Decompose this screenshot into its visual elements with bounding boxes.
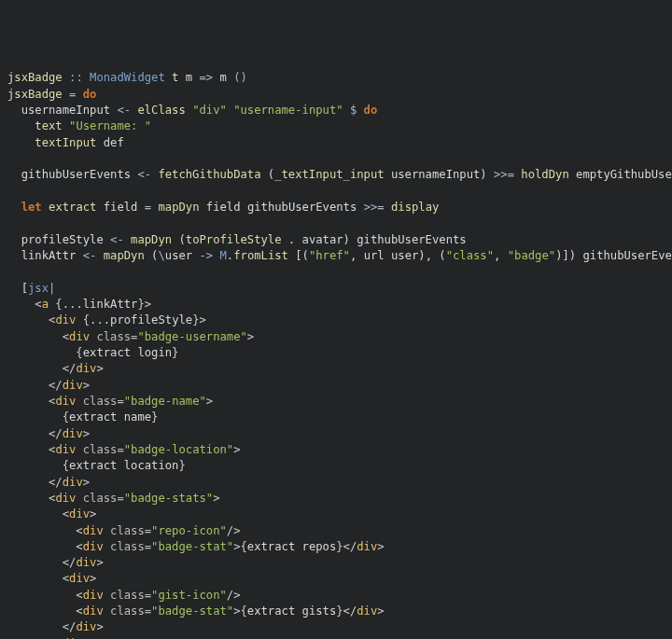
token-ident: ...profileStyle [90,313,192,326]
token-ident: user [165,249,200,262]
token-ident: extract login [83,346,172,359]
token-tag: div [69,572,90,585]
token-attr: class= [104,540,151,553]
token-fn: fetchGithubData [158,168,260,181]
token-ident: extract location [69,459,178,472]
token-type: jsx [28,282,49,295]
token-brak: < [7,395,55,408]
token-brak: { [49,298,63,311]
token-ident [7,136,35,149]
token-brak: } [178,459,185,472]
token-tag: a [42,298,49,311]
token-str: "class" [446,249,494,262]
token-ident [7,119,35,132]
token-attr: class= [104,589,151,602]
token-tag: div [83,589,104,602]
token-str: "badge-username" [137,330,246,343]
token-ident: extract name [69,410,151,424]
token-brak: > [377,540,384,553]
token-op: <- [117,104,137,117]
token-brak: } [172,346,178,359]
token-fn: mapDyn [158,201,199,214]
token-op: \ [158,249,164,262]
code-editor-viewport: { "lines": [ [["fn","jsxBadge"],["op"," … [0,0,672,639]
token-brak: } [151,410,158,424]
token-attr: class= [76,395,123,408]
token-tag: div [83,604,104,618]
token-brak: { [241,604,247,618]
token-fn: fromList [233,249,288,262]
token-str: "gist-icon" [151,589,227,602]
code-line: textInput def [7,135,665,151]
code-line: {extract location} [7,458,665,474]
code-line [7,264,665,280]
code-line: <div> [7,507,665,522]
token-ident: profileStyle [7,233,110,246]
token-ident: extract gists [247,604,336,618]
token-brak: </ [7,379,63,392]
token-fn: jsxBadge [7,71,63,84]
code-line: </div> [7,475,665,491]
token-brak: < [7,540,83,553]
token-ident: field [96,201,144,214]
token-op: () [233,71,247,84]
token-tag: div [63,379,83,392]
code-line: <div class="badge-location"> [7,442,665,458]
code-line: <div class="gist-icon"/> [7,588,665,604]
token-tag: div [69,330,90,343]
token-fn: _textInput_input [274,168,384,181]
token-attr: class= [90,330,137,343]
token-brak: < [7,330,69,343]
token-op: -> [199,249,213,262]
token-brak: { [76,313,90,326]
token-op: :: [63,71,90,84]
token-attr: class= [76,443,123,456]
token-brak: > [90,507,96,521]
token-str: "badge" [508,249,555,262]
code-line: <div class="repo-icon"/> [7,523,665,539]
token-op: >>= [364,201,391,214]
token-ident: , [494,249,508,262]
token-ident: . avatar) githubUserEvents [282,233,467,246]
token-tag: div [63,427,83,440]
token-tag: div [76,362,96,375]
code-line: <div class="badge-name"> [7,394,665,410]
code-line: linkAttr <- mapDyn (\user -> M.fromList … [7,248,665,264]
token-tag: div [63,476,83,489]
code-line: let extract field = mapDyn field githubU… [7,200,665,215]
token-ident: usernameInput) [385,168,494,181]
token-brak: > [83,476,90,489]
token-ident: githubUserEvents [7,168,137,181]
token-fn: extract [49,201,96,214]
token-fn: jsxBadge [7,88,63,101]
code-line: <div {...profileStyle}> [7,313,665,328]
token-ident [7,201,21,214]
token-brak: } [336,540,343,553]
token-op: <- [83,249,104,262]
token-brak: > [377,604,384,618]
code-line: profileStyle <- mapDyn (toProfileStyle .… [7,232,665,248]
token-brak: > [96,556,103,569]
token-brak: > [206,395,213,408]
token-brak: < [7,507,69,521]
token-brak: < [7,589,83,602]
token-tag: div [357,604,377,618]
token-ident: extract repos [247,540,336,553]
token-brak: > [247,330,254,343]
token-ident [63,119,69,132]
code-line: <div class="badge-stat">{extract gists}<… [7,604,665,619]
code-line: <div class="badge-username"> [7,329,665,345]
code-line: </div> [7,619,665,635]
token-type: M [220,249,227,262]
token-brak: > [83,379,90,392]
token-str: "div" [192,104,227,117]
code-line: <div> [7,571,665,587]
token-brak: }> [192,313,206,326]
token-brak: </ [7,620,76,633]
token-ident: ( [261,168,275,181]
token-tag: div [83,524,104,537]
code-line [7,151,665,167]
token-ident [357,104,363,117]
token-brak: /> [227,524,241,537]
token-tag: div [55,395,76,408]
